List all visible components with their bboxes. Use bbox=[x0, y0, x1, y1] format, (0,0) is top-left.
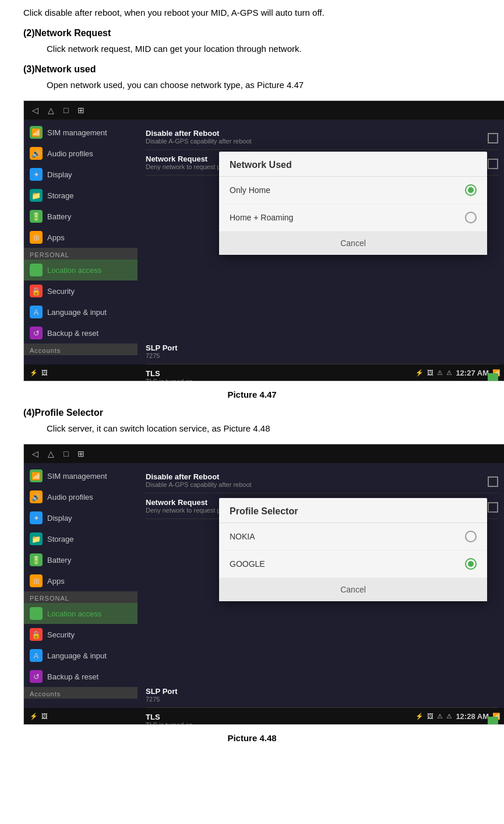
intro-line1: Click disable after reboot, when you reb… bbox=[23, 6, 481, 20]
slp-section: SLP Port 7275 TLS TLS is turned on bbox=[146, 339, 498, 381]
right-panel-1: Disable after Reboot Disable A-GPS capab… bbox=[138, 120, 504, 364]
option-home-roaming[interactable]: Home + Roaming bbox=[219, 204, 487, 232]
location-icon: ⊕ bbox=[30, 264, 43, 276]
sidebar2-item-display[interactable]: ✦ Display bbox=[24, 507, 138, 528]
dialog1-cancel-button[interactable]: Cancel bbox=[219, 232, 487, 255]
page-content: Click disable after reboot, when you reb… bbox=[0, 0, 504, 763]
sidebar-item-display[interactable]: ✦ Display bbox=[24, 164, 138, 185]
status-icons-left-2: ⚡ 🖼 bbox=[30, 713, 48, 720]
sim-icon-2: 📶 bbox=[30, 469, 43, 482]
sidebar-item-security[interactable]: 🔒 Security bbox=[24, 280, 138, 301]
sidebar2-item-language[interactable]: A Language & input bbox=[24, 645, 138, 666]
slp-port-row: SLP Port 7275 bbox=[146, 339, 498, 364]
sidebar2-item-audio[interactable]: 🔊 Audio profiles bbox=[24, 486, 138, 507]
sidebar-2: 📶 SIM management 🔊 Audio profiles ✦ Disp… bbox=[24, 463, 138, 708]
home-roaming-radio[interactable] bbox=[465, 212, 477, 223]
sidebar-item-storage[interactable]: 📁 Storage bbox=[24, 185, 138, 206]
sidebar-item-language[interactable]: A Language & input bbox=[24, 301, 138, 322]
network-used-dialog: Network Used Only Home Home + Roaming Ca… bbox=[219, 152, 487, 255]
only-home-radio[interactable] bbox=[465, 184, 477, 196]
backup-icon: ↺ bbox=[30, 327, 43, 339]
picture-448-caption: Picture 4.48 bbox=[23, 733, 481, 743]
back-icon-2[interactable]: ◁ bbox=[32, 449, 38, 458]
google-radio[interactable] bbox=[465, 558, 477, 570]
sim-icon: 📶 bbox=[30, 126, 43, 139]
network-request-checkbox-2[interactable] bbox=[488, 502, 498, 513]
language-icon: A bbox=[30, 306, 43, 318]
option-google[interactable]: GOOGLE bbox=[219, 550, 487, 578]
nav-bar-2: ◁ △ □ ⊞ bbox=[24, 444, 504, 463]
slp-port-row-2: SLP Port 7275 bbox=[146, 682, 498, 708]
display-icon-2: ✦ bbox=[30, 511, 43, 524]
sidebar-item-backup[interactable]: ↺ Backup & reset bbox=[24, 322, 138, 343]
picture-447-caption: Picture 4.47 bbox=[23, 390, 481, 399]
tls-row-2: TLS TLS is turned on bbox=[146, 708, 498, 725]
right-panel-2: Disable after Reboot Disable A-GPS capab… bbox=[138, 463, 504, 708]
tls-checkbox-2[interactable] bbox=[488, 717, 498, 725]
option-nokia[interactable]: NOKIA bbox=[219, 523, 487, 550]
network-used-title: Network Used bbox=[219, 152, 487, 177]
settings-row-disable-2: Disable after Reboot Disable A-GPS capab… bbox=[146, 468, 498, 493]
sidebar2-item-security[interactable]: 🔒 Security bbox=[24, 624, 138, 645]
storage-icon: 📁 bbox=[30, 189, 43, 202]
network-request-checkbox[interactable] bbox=[488, 159, 498, 169]
language-icon-2: A bbox=[30, 649, 43, 662]
settings-row-disable: Disable after Reboot Disable A-GPS capab… bbox=[146, 124, 498, 150]
audio-icon-2: 🔊 bbox=[30, 490, 43, 503]
disable-checkbox[interactable] bbox=[488, 133, 498, 143]
backup-icon-2: ↺ bbox=[30, 670, 43, 683]
home-icon[interactable]: △ bbox=[48, 106, 54, 115]
profile-selector-dialog: Profile Selector NOKIA GOOGLE Cancel bbox=[219, 498, 487, 601]
status-icons-left-1: ⚡ 🖼 bbox=[30, 369, 48, 377]
accounts-section-label: Accounts bbox=[24, 343, 138, 355]
sidebar2-item-backup[interactable]: ↺ Backup & reset bbox=[24, 666, 138, 687]
sidebar-item-audio[interactable]: 🔊 Audio profiles bbox=[24, 143, 138, 164]
section4-heading: (4)Profile Selector bbox=[23, 408, 481, 418]
option-only-home[interactable]: Only Home bbox=[219, 177, 487, 204]
display-icon: ✦ bbox=[30, 168, 43, 181]
sidebar2-item-location[interactable]: ⊕ Location access bbox=[24, 603, 138, 624]
screenshot-picture-448: ◁ △ □ ⊞ 📶 SIM management 🔊 Audio profile… bbox=[23, 444, 504, 725]
section3-body: Open network used, you can choose networ… bbox=[47, 78, 481, 92]
sidebar2-item-storage[interactable]: 📁 Storage bbox=[24, 528, 138, 549]
section2-body: Click network request, MID can get your … bbox=[47, 42, 481, 56]
qr-icon[interactable]: ⊞ bbox=[77, 106, 84, 115]
screenshot-inner-2: 📶 SIM management 🔊 Audio profiles ✦ Disp… bbox=[24, 463, 504, 708]
location-icon-2: ⊕ bbox=[30, 607, 43, 620]
sidebar-item-location[interactable]: ⊕ Location access bbox=[24, 260, 138, 280]
sidebar2-item-sim[interactable]: 📶 SIM management bbox=[24, 465, 138, 486]
qr-icon-2[interactable]: ⊞ bbox=[77, 449, 84, 458]
back-icon[interactable]: ◁ bbox=[32, 106, 38, 115]
profile-selector-title: Profile Selector bbox=[219, 498, 487, 523]
sidebar2-item-battery[interactable]: 🔋 Battery bbox=[24, 549, 138, 570]
audio-icon: 🔊 bbox=[30, 147, 43, 160]
tls-checkbox[interactable] bbox=[488, 373, 498, 381]
sidebar2-item-apps[interactable]: ⊞ Apps bbox=[24, 570, 138, 591]
recents-icon[interactable]: □ bbox=[64, 106, 68, 115]
screenshot-picture-447: ◁ △ □ ⊞ 📶 SIM management 🔊 Audio profile… bbox=[23, 100, 504, 381]
sidebar-1: 📶 SIM management 🔊 Audio profiles ✦ Disp… bbox=[24, 120, 138, 364]
section4-body: Click server, it can switch location ser… bbox=[47, 422, 481, 436]
nokia-radio[interactable] bbox=[465, 531, 477, 542]
dialog2-cancel-button[interactable]: Cancel bbox=[219, 578, 487, 601]
sidebar-item-apps[interactable]: ⊞ Apps bbox=[24, 227, 138, 248]
section3-heading: (3)Network used bbox=[23, 64, 481, 75]
storage-icon-2: 📁 bbox=[30, 532, 43, 545]
sidebar-item-battery[interactable]: 🔋 Battery bbox=[24, 206, 138, 227]
sidebar-item-sim[interactable]: 📶 SIM management bbox=[24, 122, 138, 143]
disable-checkbox-2[interactable] bbox=[488, 476, 498, 487]
section2-heading: (2)Network Request bbox=[23, 28, 481, 38]
security-icon-2: 🔒 bbox=[30, 628, 43, 641]
home-icon-2[interactable]: △ bbox=[48, 449, 54, 458]
recents-icon-2[interactable]: □ bbox=[64, 449, 68, 458]
accounts-section-label-2: Accounts bbox=[24, 687, 138, 699]
personal-section-label: PERSONAL bbox=[24, 248, 138, 260]
nav-bar-1: ◁ △ □ ⊞ bbox=[24, 101, 504, 120]
battery-icon-2: 🔋 bbox=[30, 553, 43, 566]
slp-section-2: SLP Port 7275 TLS TLS is turned on bbox=[146, 682, 498, 725]
security-icon: 🔒 bbox=[30, 285, 43, 297]
battery-icon: 🔋 bbox=[30, 210, 43, 223]
apps-icon-2: ⊞ bbox=[30, 574, 43, 587]
tls-row: TLS TLS is turned on bbox=[146, 364, 498, 381]
apps-icon: ⊞ bbox=[30, 231, 43, 244]
